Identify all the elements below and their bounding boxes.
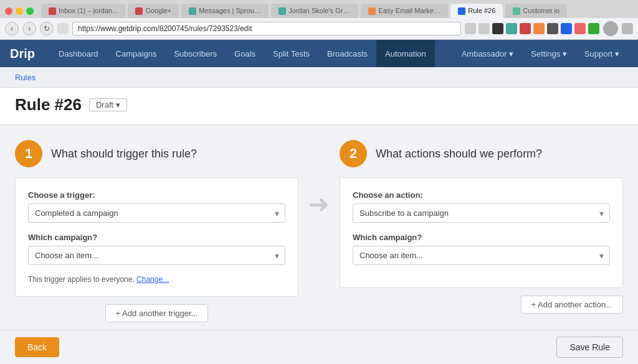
nav-campaigns[interactable]: Campaigns [107, 40, 166, 67]
action-select[interactable]: Subscribe to a campaign [353, 203, 610, 223]
action-group: Choose an action: Subscribe to a campaig… [353, 190, 610, 223]
traffic-light-red[interactable] [5, 7, 12, 15]
ext-icon-3[interactable] [520, 23, 531, 34]
browser-tab-4[interactable]: Jordan Skole's Gro... [271, 4, 358, 18]
change-link[interactable]: Change... [136, 275, 169, 284]
ext-icon-8[interactable] [588, 23, 599, 34]
shield-icon [478, 23, 490, 34]
rule-sections: 1 What should trigger this rule? Choose … [15, 140, 623, 322]
nav-back-btn[interactable]: ‹ [5, 22, 19, 35]
applies-text: This trigger applies to everyone. Change… [28, 275, 285, 284]
step2-header: 2 What actions should we perform? [340, 140, 623, 167]
nav-forward-btn[interactable]: › [22, 22, 36, 35]
action-campaign-select-wrapper: Choose an item... [353, 246, 610, 265]
trigger-label: Choose a trigger: [28, 190, 285, 200]
app-navigation: Drip Dashboard Campaigns Subscribers Goa… [0, 40, 638, 67]
action-select-wrapper: Subscribe to a campaign [353, 203, 610, 223]
trigger-campaign-select[interactable]: Choose an item... [28, 246, 285, 265]
main-content: 1 What should trigger this rule? Choose … [0, 125, 638, 364]
browser-tab-1[interactable]: Inbox (1) – jordan... [41, 4, 125, 18]
action-campaign-group: Which campaign? Choose an item... [353, 233, 610, 265]
arrow-icon: ➜ [308, 190, 330, 218]
step1-header: 1 What should trigger this rule? [15, 140, 298, 167]
nav-right: Ambassador ▾ Settings ▾ Support ▾ [453, 40, 628, 67]
browser-tab-5[interactable]: Easy Email Marketi... [361, 4, 448, 18]
app-brand: Drip [10, 47, 35, 61]
browser-tab-2[interactable]: Google+ [128, 4, 179, 18]
browser-tab-3[interactable]: Messages | Sprout... [181, 4, 269, 18]
ext-icon-7[interactable] [574, 23, 586, 34]
page-title: Rule #26 [15, 95, 82, 114]
browser-tab-6[interactable]: Rule #26 [450, 4, 503, 18]
draft-dropdown[interactable]: Draft ▾ [89, 98, 127, 111]
step2-card: Choose an action: Subscribe to a campaig… [340, 177, 623, 288]
nav-refresh-btn[interactable]: ↻ [40, 22, 54, 35]
step1-section: 1 What should trigger this rule? Choose … [15, 140, 298, 322]
nav-automation[interactable]: Automation [376, 40, 435, 67]
nav-goals[interactable]: Goals [226, 40, 264, 67]
step1-question: What should trigger this rule? [51, 147, 197, 161]
step2-question: What actions should we perform? [376, 147, 542, 161]
nav-items: Dashboard Campaigns Subscribers Goals Sp… [50, 40, 453, 67]
nav-subscribers[interactable]: Subscribers [165, 40, 226, 67]
action-label: Choose an action: [353, 190, 610, 200]
user-avatar [603, 21, 618, 36]
step2-section: 2 What actions should we perform? Choose… [340, 140, 623, 314]
back-button[interactable]: Back [15, 337, 59, 357]
nav-settings[interactable]: Settings ▾ [522, 40, 576, 67]
page-header: Rule #26 Draft ▾ [0, 88, 638, 125]
traffic-light-yellow[interactable] [16, 7, 23, 15]
trigger-campaign-group: Which campaign? Choose an item... [28, 233, 285, 265]
trigger-campaign-label: Which campaign? [28, 233, 285, 242]
trigger-campaign-select-wrapper: Choose an item... [28, 246, 285, 265]
url-bar[interactable]: https://www.getdrip.com/8200745/rules/72… [72, 22, 461, 35]
menu-icon[interactable] [622, 23, 633, 34]
bottom-bar: Back Save Rule [0, 330, 638, 364]
bookmark-icon[interactable] [465, 23, 476, 34]
nav-ambassador[interactable]: Ambassador ▾ [453, 40, 523, 67]
ext-icon-2[interactable] [506, 23, 517, 34]
nav-broadcasts[interactable]: Broadcasts [318, 40, 376, 67]
add-action-container: + Add another action... [340, 296, 623, 314]
ext-icon-6[interactable] [561, 23, 572, 34]
step2-number: 2 [340, 140, 367, 167]
trigger-select-wrapper: Completed a campaign [28, 203, 285, 223]
action-campaign-select[interactable]: Choose an item... [353, 246, 610, 265]
ext-icon-4[interactable] [533, 23, 545, 34]
trigger-select[interactable]: Completed a campaign [28, 203, 285, 223]
step1-number: 1 [15, 140, 42, 167]
ext-icon-1[interactable] [492, 23, 503, 34]
browser-tab-7[interactable]: Customer.io [505, 4, 567, 18]
add-action-button[interactable]: + Add another action... [521, 296, 623, 314]
trigger-group: Choose a trigger: Completed a campaign [28, 190, 285, 223]
step1-card: Choose a trigger: Completed a campaign W… [15, 177, 298, 297]
nav-support[interactable]: Support ▾ [576, 40, 628, 67]
breadcrumb-rules-link[interactable]: Rules [15, 73, 36, 82]
home-icon[interactable] [57, 23, 69, 34]
add-trigger-container: + Add another trigger... [15, 304, 298, 322]
breadcrumb-bar: Rules [0, 67, 638, 88]
nav-dashboard[interactable]: Dashboard [50, 40, 107, 67]
traffic-light-green[interactable] [26, 7, 34, 15]
arrow-container: ➜ [308, 140, 330, 218]
action-campaign-label: Which campaign? [353, 233, 610, 242]
nav-split-tests[interactable]: Split Tests [264, 40, 318, 67]
add-trigger-button[interactable]: + Add another trigger... [105, 304, 209, 322]
ext-icon-5[interactable] [547, 23, 558, 34]
save-rule-button[interactable]: Save Rule [556, 337, 623, 358]
